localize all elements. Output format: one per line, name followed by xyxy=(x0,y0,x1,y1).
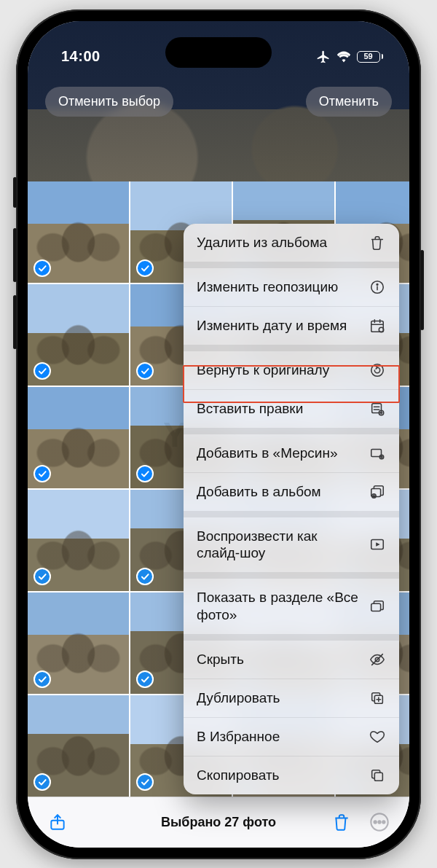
wifi-icon xyxy=(336,51,351,63)
selected-check-icon xyxy=(136,465,154,482)
selected-check-icon xyxy=(136,773,154,791)
selected-check-icon xyxy=(34,568,51,585)
stack-icon xyxy=(369,598,386,615)
menu-item[interactable]: Дублировать xyxy=(184,679,399,717)
menu-item-label: Скопировать xyxy=(197,767,369,784)
menu-item-label: Изменить дату и время xyxy=(197,317,369,335)
svg-point-8 xyxy=(371,364,384,376)
selected-check-icon xyxy=(136,670,154,688)
menu-item[interactable]: Скрыть xyxy=(184,640,399,679)
photo-thumbnail[interactable] xyxy=(28,593,129,694)
phone-frame: 14:00 59 Отменить выбор От xyxy=(16,9,421,859)
svg-rect-31 xyxy=(374,773,382,781)
menu-item[interactable]: Изменить дату и время xyxy=(184,306,399,345)
revert-icon xyxy=(369,361,386,379)
menu-item-label: Показать в разделе «Все фото» xyxy=(197,589,369,624)
menu-item-label: Удалить из альбома xyxy=(197,234,369,251)
menu-item-label: Изменить геопозицию xyxy=(197,278,369,296)
menu-item-label: Добавить в «Мерсин» xyxy=(197,445,369,462)
menu-item[interactable]: В Избранное xyxy=(184,717,399,756)
menu-item[interactable]: Вставить правки xyxy=(184,389,399,428)
battery-indicator: 59 xyxy=(357,51,384,63)
bottom-toolbar: Выбрано 27 фото xyxy=(28,797,409,848)
airplane-icon xyxy=(316,50,331,64)
heart-icon xyxy=(369,728,386,746)
menu-item[interactable]: Скопировать xyxy=(184,756,399,794)
selected-check-icon xyxy=(136,259,154,277)
menu-item-label: Дублировать xyxy=(197,689,369,707)
eye-slash-icon xyxy=(369,651,386,668)
selected-check-icon xyxy=(34,465,51,482)
trash-icon xyxy=(369,234,386,251)
rect-plus-icon xyxy=(369,445,386,462)
info-icon xyxy=(369,278,386,296)
menu-item[interactable]: Воспроизвести как слайд-шоу xyxy=(184,517,399,573)
svg-rect-3 xyxy=(371,321,384,332)
menu-item[interactable]: Показать в разделе «Все фото» xyxy=(184,578,399,634)
menu-item[interactable]: Вернуть к оригиналу xyxy=(184,351,399,389)
selected-check-icon xyxy=(34,259,51,277)
menu-item-label: В Избранное xyxy=(197,728,369,746)
album-plus-icon xyxy=(369,483,386,501)
menu-item[interactable]: Изменить геопозицию xyxy=(184,267,399,306)
menu-item-label: Скрыть xyxy=(197,651,369,668)
context-menu[interactable]: Удалить из альбомаИзменить геопозициюИзм… xyxy=(184,224,399,794)
play-rect-icon xyxy=(369,536,386,553)
menu-item[interactable]: Удалить из альбома xyxy=(184,224,399,262)
deselect-button[interactable]: Отменить выбор xyxy=(45,87,173,117)
photo-thumbnail[interactable] xyxy=(28,284,129,386)
menu-item-label: Добавить в альбом xyxy=(197,483,369,501)
selected-check-icon xyxy=(34,362,51,380)
copy-icon xyxy=(369,767,386,784)
svg-point-2 xyxy=(377,284,378,285)
photo-thumbnail[interactable] xyxy=(28,695,129,797)
status-time: 14:00 xyxy=(61,48,101,65)
menu-item-label: Воспроизвести как слайд-шоу xyxy=(197,528,369,563)
menu-item[interactable]: Добавить в «Мерсин» xyxy=(184,434,399,472)
photo-thumbnail[interactable] xyxy=(28,181,129,283)
photo-thumbnail[interactable] xyxy=(28,387,129,488)
cancel-button[interactable]: Отменить xyxy=(306,87,392,117)
screen: 14:00 59 Отменить выбор От xyxy=(28,21,409,848)
menu-item-label: Вставить правки xyxy=(197,400,369,418)
photo-thumbnail[interactable] xyxy=(28,490,129,591)
menu-item-label: Вернуть к оригиналу xyxy=(197,361,369,379)
selected-check-icon xyxy=(34,670,51,688)
selection-count: Выбрано 27 фото xyxy=(28,815,409,830)
selected-check-icon xyxy=(136,568,154,585)
svg-rect-25 xyxy=(371,603,381,611)
menu-item[interactable]: Добавить в альбом xyxy=(184,472,399,511)
selected-check-icon xyxy=(34,773,51,791)
svg-marker-24 xyxy=(376,543,380,547)
paste-adjust-icon xyxy=(369,400,386,418)
dynamic-island xyxy=(165,37,272,68)
calendar-icon xyxy=(369,317,386,335)
duplicate-icon xyxy=(369,689,386,707)
selected-check-icon xyxy=(136,362,154,380)
